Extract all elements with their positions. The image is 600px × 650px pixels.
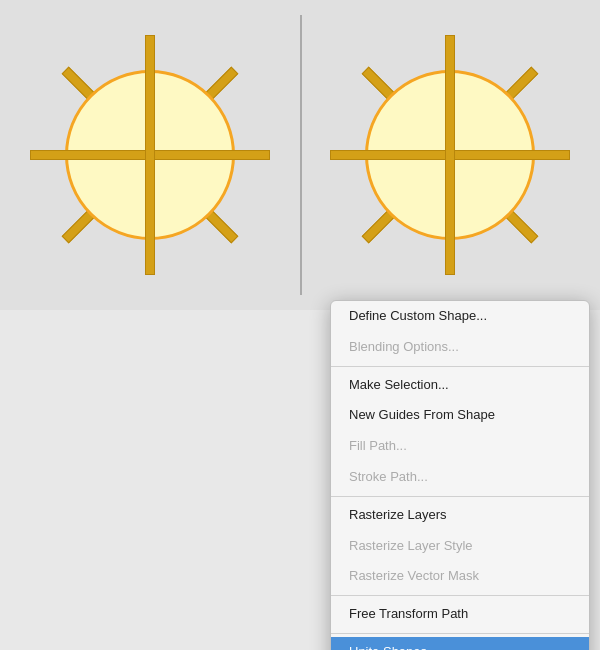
left-v-line (145, 35, 155, 275)
menu-separator-1 (331, 366, 589, 367)
canvas-area (0, 0, 600, 310)
menu-item-fill-path: Fill Path... (331, 431, 589, 462)
right-shape-container (310, 15, 590, 295)
menu-separator-8 (331, 595, 589, 596)
menu-item-free-transform-path[interactable]: Free Transform Path (331, 599, 589, 630)
menu-item-blending-options: Blending Options... (331, 332, 589, 363)
menu-item-new-guides-from-shape[interactable]: New Guides From Shape (331, 400, 589, 431)
menu-item-stroke-path: Stroke Path... (331, 462, 589, 493)
menu-item-rasterize-vector-mask: Rasterize Vector Mask (331, 561, 589, 592)
left-shape-container (10, 15, 290, 295)
right-v-line (445, 35, 455, 275)
menu-item-rasterize-layers[interactable]: Rasterize Layers (331, 500, 589, 531)
menu-separator-5 (331, 496, 589, 497)
menu-item-rasterize-layer-style: Rasterize Layer Style (331, 531, 589, 562)
canvas-divider (300, 15, 302, 295)
menu-item-define-custom-shape[interactable]: Define Custom Shape... (331, 301, 589, 332)
menu-item-make-selection[interactable]: Make Selection... (331, 370, 589, 401)
context-menu: Define Custom Shape...Blending Options..… (330, 300, 590, 650)
menu-separator-9 (331, 633, 589, 634)
menu-item-unite-shapes[interactable]: Unite Shapes (331, 637, 589, 650)
